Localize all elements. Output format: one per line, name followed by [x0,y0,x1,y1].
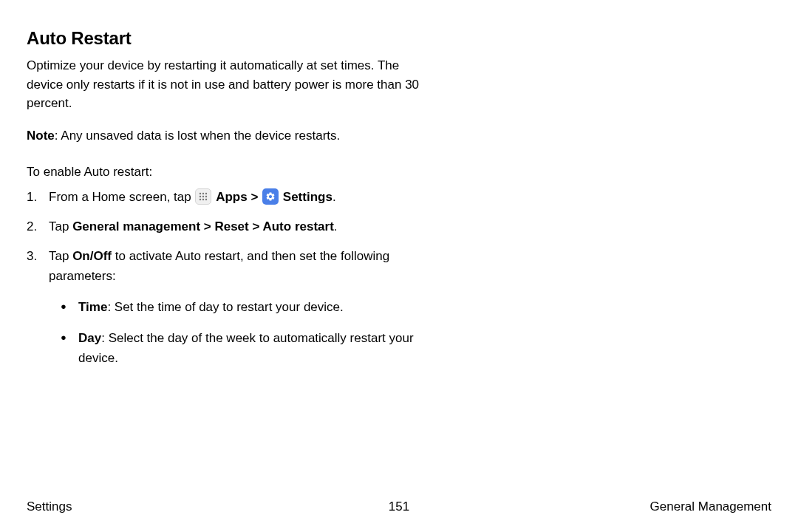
step2-path: General management > Reset > Auto restar… [72,219,334,233]
note-paragraph: Note: Any unsaved data is lost when the … [27,126,426,146]
enable-label: To enable Auto restart: [27,163,426,182]
day-label: Day [78,331,101,345]
time-label: Time [78,300,107,314]
svg-point-2 [205,193,207,194]
step1-sep: > [248,190,262,204]
svg-point-6 [200,199,201,200]
svg-point-1 [202,193,204,194]
svg-point-7 [202,199,204,200]
page-footer: Settings 151 General Management [27,499,771,514]
note-text: : Any unsaved data is lost when the devi… [55,129,341,143]
step-2: Tap General management > Reset > Auto re… [27,217,426,236]
intro-text: Optimize your device by restarting it au… [27,56,426,113]
step-1: From a Home screen, tap Apps > Settings. [27,188,426,207]
time-text: : Set the time of day to restart your de… [107,300,343,314]
step1-end: . [332,190,336,204]
svg-point-4 [202,196,204,197]
step2-end: . [334,219,338,233]
step1-apps: Apps [216,190,248,204]
step1-settings: Settings [283,190,332,204]
settings-gear-icon [262,188,279,205]
step1-pre: From a Home screen, tap [49,190,194,204]
step2-pre: Tap [49,219,72,233]
steps-list: From a Home screen, tap Apps > Settings.… [27,188,426,368]
page-content: Auto Restart Optimize your device by res… [27,28,426,368]
step3-pre: Tap [49,249,72,263]
page-title: Auto Restart [27,28,426,49]
svg-point-8 [205,199,207,200]
day-text: : Select the day of the week to automati… [78,331,414,364]
note-label: Note [27,129,55,143]
apps-grid-icon [195,188,211,205]
bullet-day: Day: Select the day of the week to autom… [61,329,426,368]
footer-left: Settings [27,499,72,514]
svg-point-0 [200,193,201,194]
step-3: Tap On/Off to activate Auto restart, and… [27,247,426,368]
footer-right: General Management [650,499,771,514]
footer-page-number: 151 [389,499,409,514]
step3-onoff: On/Off [72,249,112,263]
parameters-list: Time: Set the time of day to restart you… [49,298,426,368]
bullet-time: Time: Set the time of day to restart you… [61,298,426,317]
svg-point-3 [200,196,201,197]
svg-point-5 [205,196,207,197]
